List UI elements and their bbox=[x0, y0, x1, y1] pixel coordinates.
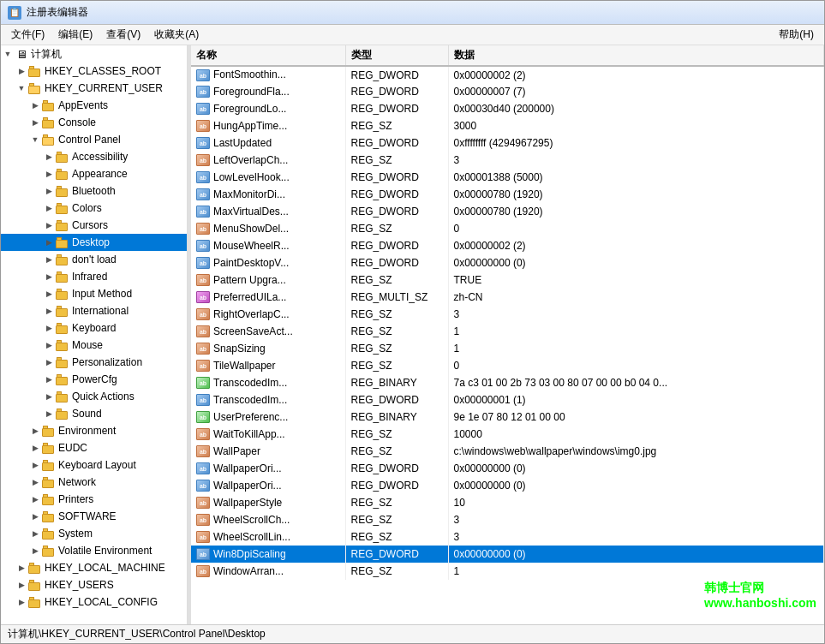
tree-node-quickactions[interactable]: ▶Quick Actions bbox=[1, 388, 187, 405]
menu-help[interactable]: 帮助(H) bbox=[772, 26, 821, 44]
expand-icon-sound[interactable]: ▶ bbox=[42, 407, 56, 420]
expand-icon-keyboard[interactable]: ▶ bbox=[42, 321, 56, 335]
table-row[interactable]: abTranscodedIm...REG_DWORD0x00000001 (1) bbox=[191, 391, 824, 408]
expand-icon-printers[interactable]: ▶ bbox=[28, 492, 42, 506]
menu-edit[interactable]: 编辑(E) bbox=[51, 26, 99, 44]
expand-icon-hkcc[interactable]: ▶ bbox=[15, 595, 28, 609]
tree-node-computer[interactable]: ▼🖥计算机 bbox=[1, 45, 187, 63]
tree-node-software[interactable]: ▶SOFTWARE bbox=[1, 508, 187, 525]
table-row[interactable]: abLastUpdatedREG_DWORD0xffffffff (429496… bbox=[191, 134, 824, 152]
tree-node-controlpanel[interactable]: ▼Control Panel bbox=[1, 131, 187, 148]
table-row[interactable]: abLeftOverlapCh...REG_SZ3 bbox=[191, 152, 824, 169]
tree-node-eudc[interactable]: ▶EUDC bbox=[1, 439, 187, 456]
table-row[interactable]: abFontSmoothin...REG_DWORD0x00000002 (2) bbox=[191, 66, 824, 83]
expand-icon-colors[interactable]: ▶ bbox=[42, 201, 56, 215]
tree-node-hku[interactable]: ▶HKEY_USERS bbox=[1, 576, 187, 593]
table-row[interactable]: abPaintDesktopV...REG_DWORD0x00000000 (0… bbox=[191, 254, 824, 271]
expand-icon-volatileenv[interactable]: ▶ bbox=[28, 544, 42, 558]
tree-node-printers[interactable]: ▶Printers bbox=[1, 491, 187, 508]
tree-node-keyboard[interactable]: ▶Keyboard bbox=[1, 319, 187, 337]
table-row[interactable]: abScreenSaveAct...REG_SZ1 bbox=[191, 323, 824, 340]
tree-node-sound[interactable]: ▶Sound bbox=[1, 405, 187, 422]
menu-favorites[interactable]: 收藏夹(A) bbox=[147, 26, 206, 44]
expand-icon-network[interactable]: ▶ bbox=[28, 475, 42, 489]
table-row[interactable]: abWheelScrollLin...REG_SZ3 bbox=[191, 528, 824, 546]
expand-icon-controlpanel[interactable]: ▼ bbox=[28, 133, 42, 146]
table-row[interactable]: abMouseWheelR...REG_DWORD0x00000002 (2) bbox=[191, 237, 824, 254]
tree-node-inputmethod[interactable]: ▶Input Method bbox=[1, 285, 187, 302]
tree-node-bluetooth[interactable]: ▶Bluetooth bbox=[1, 182, 187, 200]
menu-view[interactable]: 查看(V) bbox=[99, 26, 147, 44]
table-row[interactable]: abMaxMonitorDi...REG_DWORD0x00000780 (19… bbox=[191, 186, 824, 203]
expand-icon-bluetooth[interactable]: ▶ bbox=[42, 184, 56, 198]
table-row[interactable]: abWallpaperOri...REG_DWORD0x00000000 (0) bbox=[191, 460, 824, 477]
expand-icon-hklm[interactable]: ▶ bbox=[15, 561, 28, 575]
table-row[interactable]: abForegroundFla...REG_DWORD0x00000007 (7… bbox=[191, 83, 824, 100]
tree-node-hkcu[interactable]: ▼HKEY_CURRENT_USER bbox=[1, 80, 187, 97]
tree-node-accessibility[interactable]: ▶Accessibility bbox=[1, 148, 187, 165]
menu-file[interactable]: 文件(F) bbox=[4, 26, 51, 44]
table-row[interactable]: abHungAppTime...REG_SZ3000 bbox=[191, 117, 824, 134]
expand-icon-software[interactable]: ▶ bbox=[28, 510, 42, 523]
table-row[interactable]: abWaitToKillApp...REG_SZ10000 bbox=[191, 426, 824, 443]
tree-node-console[interactable]: ▶Console bbox=[1, 114, 187, 131]
table-row[interactable]: abWallpaperStyleREG_SZ10 bbox=[191, 494, 824, 511]
expand-icon-mouse[interactable]: ▶ bbox=[42, 338, 56, 352]
expand-icon-hku[interactable]: ▶ bbox=[15, 578, 28, 592]
table-row[interactable]: abTranscodedIm...REG_BINARY7a c3 01 00 2… bbox=[191, 374, 824, 391]
table-row[interactable]: abTileWallpaperREG_SZ0 bbox=[191, 357, 824, 374]
tree-panel[interactable]: ▼🖥计算机▶HKEY_CLASSES_ROOT▼HKEY_CURRENT_USE… bbox=[1, 45, 188, 624]
table-row[interactable]: abWallpaperOri...REG_DWORD0x00000000 (0) bbox=[191, 477, 824, 494]
table-row[interactable]: abPreferredUILa...REG_MULTI_SZzh-CN bbox=[191, 289, 824, 306]
expand-icon-powercfg[interactable]: ▶ bbox=[42, 373, 56, 386]
table-row[interactable]: abRightOverlapC...REG_SZ3 bbox=[191, 306, 824, 323]
expand-icon-personalization[interactable]: ▶ bbox=[42, 355, 56, 369]
tree-node-appearance[interactable]: ▶Appearance bbox=[1, 165, 187, 182]
tree-node-colors[interactable]: ▶Colors bbox=[1, 200, 187, 217]
expand-icon-appearance[interactable]: ▶ bbox=[42, 167, 56, 181]
expand-icon-inputmethod[interactable]: ▶ bbox=[42, 287, 56, 301]
tree-node-environment[interactable]: ▶Environment bbox=[1, 422, 187, 439]
expand-icon-dontload[interactable]: ▶ bbox=[42, 253, 56, 266]
table-row[interactable]: abWin8DpiScalingREG_DWORD0x00000000 (0) bbox=[191, 546, 824, 563]
tree-node-keyboardlayout[interactable]: ▶Keyboard Layout bbox=[1, 456, 187, 474]
tree-node-personalization[interactable]: ▶Personalization bbox=[1, 354, 187, 371]
table-row[interactable]: abMenuShowDel...REG_SZ0 bbox=[191, 220, 824, 237]
expand-icon-accessibility[interactable]: ▶ bbox=[42, 150, 56, 164]
expand-icon-hkcr[interactable]: ▶ bbox=[15, 64, 28, 78]
expand-icon-hkcu[interactable]: ▼ bbox=[15, 81, 28, 95]
tree-node-international[interactable]: ▶International bbox=[1, 302, 187, 319]
table-row[interactable]: abWallPaperREG_SZc:\windows\web\wallpape… bbox=[191, 443, 824, 460]
table-row[interactable]: abWheelScrollCh...REG_SZ3 bbox=[191, 511, 824, 528]
tree-node-mouse[interactable]: ▶Mouse bbox=[1, 337, 187, 354]
table-row[interactable]: abWindowArran...REG_SZ1 bbox=[191, 563, 824, 580]
tree-node-dontload[interactable]: ▶don't load bbox=[1, 251, 187, 268]
table-row[interactable]: abForegroundLo...REG_DWORD0x00030d40 (20… bbox=[191, 100, 824, 117]
expand-icon-system[interactable]: ▶ bbox=[28, 527, 42, 540]
tree-node-appevents[interactable]: ▶AppEvents bbox=[1, 97, 187, 114]
tree-node-desktop[interactable]: ▶Desktop bbox=[1, 234, 187, 251]
expand-icon-appevents[interactable]: ▶ bbox=[28, 98, 42, 112]
table-row[interactable]: abPattern Upgra...REG_SZTRUE bbox=[191, 271, 824, 289]
tree-node-network[interactable]: ▶Network bbox=[1, 474, 187, 491]
expand-icon-computer[interactable]: ▼ bbox=[1, 47, 15, 61]
tree-node-volatileenv[interactable]: ▶Volatile Environment bbox=[1, 542, 187, 559]
registry-table[interactable]: 名称类型数据abFontSmoothin...REG_DWORD0x000000… bbox=[191, 45, 824, 624]
table-row[interactable]: abLowLevelHook...REG_DWORD0x00001388 (50… bbox=[191, 169, 824, 186]
table-row[interactable]: abSnapSizingREG_SZ1 bbox=[191, 340, 824, 357]
tree-node-powercfg[interactable]: ▶PowerCfg bbox=[1, 371, 187, 388]
table-row[interactable]: abMaxVirtualDes...REG_DWORD0x00000780 (1… bbox=[191, 203, 824, 220]
tree-node-infrared[interactable]: ▶Infrared bbox=[1, 268, 187, 285]
expand-icon-keyboardlayout[interactable]: ▶ bbox=[28, 458, 42, 472]
expand-icon-eudc[interactable]: ▶ bbox=[28, 441, 42, 455]
table-row[interactable]: abUserPreferenc...REG_BINARY9e 1e 07 80 … bbox=[191, 408, 824, 426]
tree-node-cursors[interactable]: ▶Cursors bbox=[1, 217, 187, 234]
expand-icon-quickactions[interactable]: ▶ bbox=[42, 390, 56, 403]
expand-icon-cursors[interactable]: ▶ bbox=[42, 218, 56, 232]
tree-node-hkcr[interactable]: ▶HKEY_CLASSES_ROOT bbox=[1, 63, 187, 80]
expand-icon-desktop[interactable]: ▶ bbox=[42, 236, 56, 249]
tree-node-hklm[interactable]: ▶HKEY_LOCAL_MACHINE bbox=[1, 559, 187, 576]
expand-icon-environment[interactable]: ▶ bbox=[28, 424, 42, 438]
tree-node-hkcc[interactable]: ▶HKEY_LOCAL_CONFIG bbox=[1, 593, 187, 611]
expand-icon-console[interactable]: ▶ bbox=[28, 116, 42, 129]
